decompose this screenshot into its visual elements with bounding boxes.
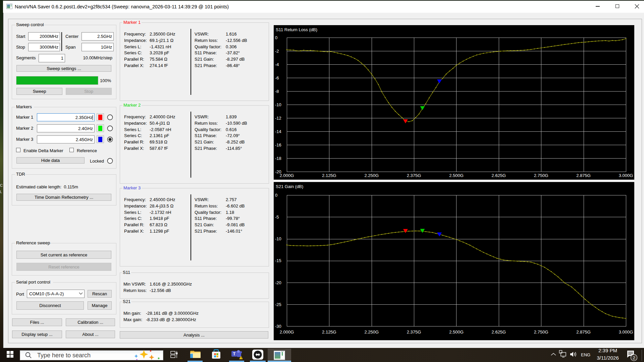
svg-text:-15: -15: [275, 258, 281, 263]
svg-text:-14: -14: [275, 129, 281, 134]
svg-text:0: 0: [275, 193, 277, 198]
svg-text:2.875G: 2.875G: [576, 329, 591, 335]
svg-text:-8: -8: [275, 89, 279, 94]
svg-text:-6: -6: [275, 75, 279, 80]
svg-text:-2: -2: [275, 49, 279, 54]
svg-text:-10: -10: [275, 236, 281, 241]
svg-text:-20: -20: [275, 280, 281, 285]
svg-text:2.250G: 2.250G: [364, 173, 379, 178]
svg-text:2.125G: 2.125G: [322, 173, 336, 178]
svg-text:2.625G: 2.625G: [492, 173, 506, 178]
svg-text:2.500G: 2.500G: [449, 173, 464, 178]
svg-text:-5: -5: [275, 215, 279, 220]
svg-text:2.625G: 2.625G: [492, 329, 506, 335]
svg-text:-16: -16: [275, 142, 281, 147]
svg-text:S21 Gain (dB): S21 Gain (dB): [276, 184, 303, 189]
svg-text:2.375G: 2.375G: [407, 173, 421, 178]
svg-text:2.000G: 2.000G: [280, 329, 294, 335]
svg-text:3.000G: 3.000G: [619, 329, 633, 335]
svg-text:-10: -10: [275, 102, 281, 107]
svg-text:2.750G: 2.750G: [534, 173, 548, 178]
svg-text:0: 0: [275, 35, 277, 40]
svg-text:-12: -12: [275, 116, 281, 121]
svg-text:-4: -4: [275, 62, 279, 67]
svg-text:3.000G: 3.000G: [619, 173, 633, 178]
svg-text:2.500G: 2.500G: [449, 329, 464, 335]
svg-text:2.250G: 2.250G: [364, 329, 379, 335]
svg-text:S11 Return Loss (dB): S11 Return Loss (dB): [276, 27, 317, 32]
svg-text:2.375G: 2.375G: [407, 329, 421, 335]
svg-text:2.000G: 2.000G: [280, 173, 294, 178]
svg-text:-25: -25: [275, 302, 281, 307]
svg-text:T: T: [233, 352, 236, 356]
svg-text:2.750G: 2.750G: [534, 329, 548, 335]
svg-text:-18: -18: [275, 156, 281, 161]
svg-text:2.125G: 2.125G: [322, 329, 336, 335]
svg-text:2.875G: 2.875G: [576, 173, 591, 178]
svg-text:-30: -30: [275, 324, 281, 329]
svg-text:2: 2: [633, 355, 635, 360]
